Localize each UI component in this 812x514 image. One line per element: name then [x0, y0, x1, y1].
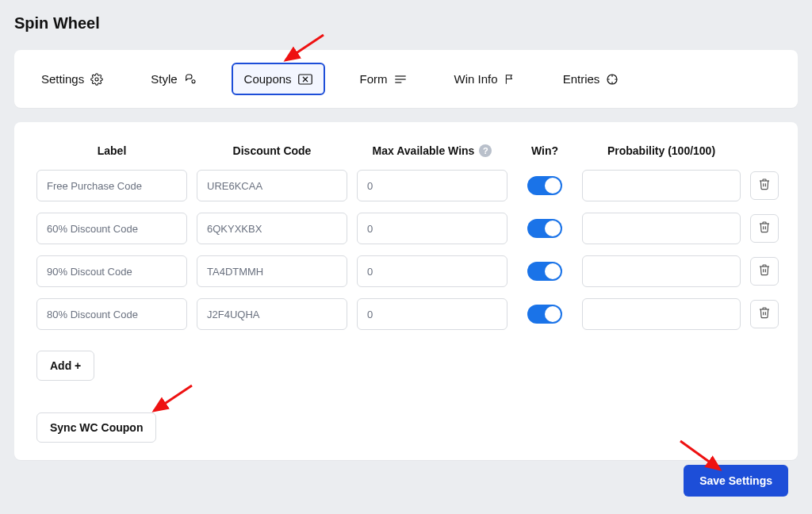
- tab-label: Coupons: [244, 72, 292, 86]
- max-wins-input[interactable]: [357, 213, 508, 244]
- tab-label: Win Info: [454, 72, 498, 86]
- win-toggle[interactable]: [527, 219, 562, 238]
- gear-icon: [90, 73, 103, 86]
- tab-label: Entries: [563, 72, 600, 86]
- tab-settings[interactable]: Settings: [29, 63, 116, 95]
- probability-input[interactable]: [582, 170, 741, 201]
- page-title: Spin Wheel: [14, 14, 798, 33]
- trash-icon: [758, 263, 771, 279]
- max-wins-input[interactable]: [357, 298, 508, 330]
- header-text: Max Available Wins: [373, 144, 475, 157]
- help-icon[interactable]: ?: [479, 144, 492, 157]
- max-wins-input[interactable]: [357, 170, 508, 201]
- discount-code-input[interactable]: [197, 255, 347, 287]
- sync-wc-coupon-button[interactable]: Sync WC Coupon: [36, 412, 156, 443]
- discount-code-input[interactable]: [197, 213, 347, 244]
- header-probability: Probability (100/100): [582, 144, 741, 157]
- label-input[interactable]: [36, 213, 187, 244]
- table-row: [36, 213, 776, 244]
- tab-label: Form: [360, 72, 388, 86]
- table-row: [36, 170, 776, 201]
- table-row: [36, 255, 776, 287]
- tab-form[interactable]: Form: [347, 63, 419, 95]
- probability-input[interactable]: [582, 298, 741, 330]
- delete-button[interactable]: [750, 257, 779, 286]
- table-row: [36, 298, 776, 330]
- svg-point-1: [192, 79, 195, 82]
- trash-icon: [758, 306, 771, 322]
- svg-point-0: [95, 78, 98, 81]
- add-button[interactable]: Add +: [36, 351, 94, 381]
- delete-button[interactable]: [750, 300, 779, 328]
- coupon-panel: Label Discount Code Max Available Wins ?…: [14, 122, 798, 460]
- table-headers: Label Discount Code Max Available Wins ?…: [36, 144, 776, 157]
- coupon-icon: [298, 74, 312, 85]
- tab-wininfo[interactable]: Win Info: [442, 63, 528, 95]
- tab-coupons[interactable]: Coupons: [232, 63, 325, 95]
- probability-input[interactable]: [582, 213, 741, 244]
- header-discount-code: Discount Code: [197, 144, 347, 157]
- tab-label: Style: [151, 72, 177, 86]
- header-label: Label: [36, 144, 187, 157]
- tab-style[interactable]: Style: [138, 63, 209, 95]
- header-max-wins: Max Available Wins ?: [357, 144, 508, 157]
- form-icon: [394, 75, 407, 84]
- win-toggle[interactable]: [527, 305, 562, 324]
- label-input[interactable]: [36, 298, 187, 330]
- delete-button[interactable]: [750, 214, 779, 243]
- flag-icon: [504, 73, 515, 86]
- win-toggle[interactable]: [527, 262, 562, 281]
- trash-icon: [758, 221, 771, 236]
- discount-code-input[interactable]: [197, 298, 347, 330]
- discount-code-input[interactable]: [197, 170, 347, 201]
- win-toggle[interactable]: [527, 176, 562, 195]
- label-input[interactable]: [36, 170, 187, 201]
- tab-bar: Settings Style Coupons Form Win Info: [14, 50, 798, 108]
- tab-entries[interactable]: Entries: [550, 63, 632, 95]
- trash-icon: [758, 178, 771, 194]
- delete-button[interactable]: [750, 171, 779, 200]
- style-icon: [184, 73, 197, 86]
- header-win: Win?: [517, 144, 573, 157]
- tab-label: Settings: [41, 72, 84, 86]
- label-input[interactable]: [36, 255, 187, 287]
- save-settings-button[interactable]: Save Settings: [684, 465, 788, 497]
- entries-icon: [606, 73, 619, 86]
- probability-input[interactable]: [582, 255, 741, 287]
- max-wins-input[interactable]: [357, 255, 508, 287]
